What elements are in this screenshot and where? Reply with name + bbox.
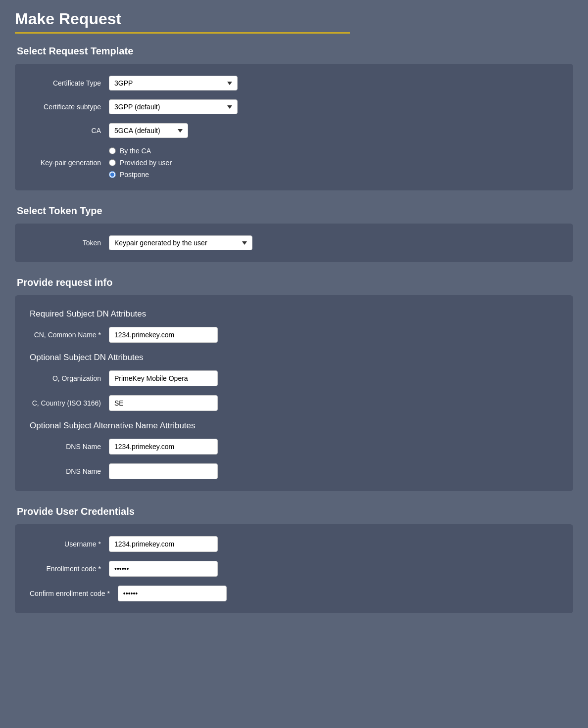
required-dn-block: Required Subject DN Attributes CN, Commo… [30, 309, 558, 343]
ca-row: CA 5GCA (default) Other [30, 123, 558, 138]
radio-option-by-ca[interactable]: By the CA [109, 147, 172, 155]
dns-name-1-row: DNS Name [30, 439, 558, 455]
cn-label: CN, Common Name * [30, 331, 109, 339]
enrollment-code-label: Enrollment code * [30, 565, 109, 573]
dns-name-2-input[interactable] [109, 463, 218, 479]
token-select[interactable]: Keypair generated by the user Other [109, 235, 252, 250]
token-label: Token [30, 239, 109, 247]
ca-label: CA [30, 127, 109, 135]
optional-san-heading: Optional Subject Alternative Name Attrib… [30, 421, 558, 431]
page-container: Make Request Select Request Template Cer… [0, 0, 588, 638]
confirm-enrollment-code-input[interactable] [118, 586, 227, 601]
organization-label: O, Organization [30, 374, 109, 382]
certificate-type-select[interactable]: 3GPP Other [109, 76, 238, 91]
username-label: Username * [30, 540, 109, 548]
username-input[interactable] [109, 536, 218, 552]
certificate-subtype-label: Certificate subtype [30, 103, 109, 111]
token-type-card: Token Keypair generated by the user Othe… [15, 224, 573, 262]
section-heading-token-type: Select Token Type [15, 205, 573, 217]
confirm-enrollment-code-row: Confirm enrollment code * [30, 586, 558, 601]
section-heading-request-info: Provide request info [15, 277, 573, 288]
certificate-type-label: Certificate Type [30, 79, 109, 87]
organization-input[interactable] [109, 370, 218, 386]
user-credentials-card: Username * Enrollment code * Confirm enr… [15, 524, 573, 613]
request-info-card: Required Subject DN Attributes CN, Commo… [15, 295, 573, 491]
optional-dn-block: Optional Subject DN Attributes O, Organi… [30, 353, 558, 411]
radio-option-postpone[interactable]: Postpone [109, 171, 172, 179]
optional-dn-heading: Optional Subject DN Attributes [30, 353, 558, 363]
radio-postpone-label: Postpone [120, 171, 149, 179]
request-template-card: Certificate Type 3GPP Other Certificate … [15, 64, 573, 190]
radio-provided-by-user[interactable] [109, 159, 116, 166]
country-label: C, Country (ISO 3166) [30, 399, 109, 407]
keypair-generation-label: Key-pair generation [30, 159, 109, 167]
keypair-radio-group: By the CA Provided by user Postpone [109, 147, 172, 179]
radio-provided-by-user-label: Provided by user [120, 159, 172, 167]
enrollment-code-input[interactable] [109, 561, 218, 577]
radio-by-ca-label: By the CA [120, 147, 151, 155]
radio-option-provided-by-user[interactable]: Provided by user [109, 159, 172, 167]
dns-name-1-label: DNS Name [30, 443, 109, 451]
page-title: Make Request [15, 10, 573, 28]
section-heading-request-template: Select Request Template [15, 46, 573, 57]
radio-by-ca[interactable] [109, 147, 116, 154]
optional-san-block: Optional Subject Alternative Name Attrib… [30, 421, 558, 479]
certificate-subtype-row: Certificate subtype 3GPP (default) Other [30, 99, 558, 114]
country-row: C, Country (ISO 3166) [30, 395, 558, 411]
confirm-enrollment-code-label: Confirm enrollment code * [30, 589, 118, 598]
enrollment-code-row: Enrollment code * [30, 561, 558, 577]
username-row: Username * [30, 536, 558, 552]
cn-row: CN, Common Name * [30, 327, 558, 343]
token-row: Token Keypair generated by the user Othe… [30, 235, 558, 250]
certificate-type-row: Certificate Type 3GPP Other [30, 76, 558, 91]
required-dn-heading: Required Subject DN Attributes [30, 309, 558, 319]
dns-name-1-input[interactable] [109, 439, 218, 455]
radio-postpone[interactable] [109, 171, 116, 178]
keypair-generation-row: Key-pair generation By the CA Provided b… [30, 147, 558, 179]
section-heading-user-credentials: Provide User Credentials [15, 506, 573, 517]
dns-name-2-label: DNS Name [30, 467, 109, 475]
certificate-subtype-select[interactable]: 3GPP (default) Other [109, 99, 238, 114]
organization-row: O, Organization [30, 370, 558, 386]
ca-select[interactable]: 5GCA (default) Other [109, 123, 188, 138]
cn-input[interactable] [109, 327, 218, 343]
country-input[interactable] [109, 395, 218, 411]
dns-name-2-row: DNS Name [30, 463, 558, 479]
title-divider [15, 32, 350, 34]
